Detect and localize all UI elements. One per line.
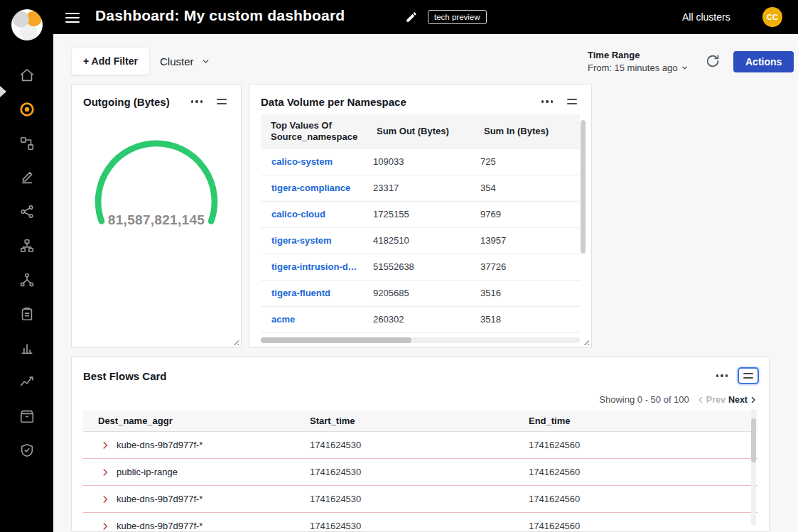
- namespace-link[interactable]: acme: [261, 314, 367, 325]
- sum-out-value: 4182510: [367, 235, 474, 246]
- card-outgoing-bytes: Outgoing (Bytes) 81,587,821,145: [71, 84, 242, 348]
- policies-icon[interactable]: [0, 166, 53, 189]
- end-time: 1741624560: [529, 440, 757, 450]
- table-row: tigera-system 4182510 13957: [261, 228, 580, 254]
- actions-button[interactable]: Actions: [733, 51, 794, 72]
- namespace-link[interactable]: tigera-compliance: [261, 183, 367, 193]
- sum-in-value: 3516: [474, 288, 580, 298]
- chevron-down-icon: [681, 64, 689, 72]
- namespace-link[interactable]: calico-system: [261, 156, 367, 167]
- namespace-link[interactable]: tigera-system: [261, 235, 367, 246]
- storage-icon[interactable]: [0, 405, 53, 428]
- expand-row-icon[interactable]: [100, 494, 110, 504]
- chevron-right-icon: [749, 396, 757, 404]
- topbar: Dashboard: My custom dashboard tech prev…: [0, 0, 798, 34]
- table-row: kube-dns-9b7d977f-* 1741624530 174162456…: [83, 486, 757, 513]
- end-time: 1741624560: [529, 467, 757, 477]
- start-time: 1741624530: [310, 494, 529, 504]
- table-row: public-ip-range 1741624530 1741624560: [83, 459, 757, 486]
- namespace-link[interactable]: tigera-fluentd: [261, 288, 367, 298]
- card-menu-icon[interactable]: [187, 96, 207, 107]
- column-header: Sum In (Bytes): [474, 114, 580, 149]
- flows-table: Dest_name_aggr Start_time End_time kube-…: [83, 411, 757, 532]
- sum-in-value: 13957: [474, 235, 580, 246]
- add-filter-button[interactable]: + Add Filter: [71, 47, 150, 75]
- sum-in-value: 3518: [474, 314, 580, 325]
- expand-row-icon[interactable]: [100, 440, 110, 450]
- edit-title-icon[interactable]: [405, 11, 418, 23]
- avatar[interactable]: CC: [762, 7, 782, 27]
- sum-out-value: 9205685: [367, 288, 474, 298]
- table-header-row: Dest_name_aggr Start_time End_time: [83, 411, 757, 432]
- endpoints-icon[interactable]: [0, 132, 53, 155]
- cluster-dropdown-label: Cluster: [160, 55, 194, 67]
- vertical-scrollbar[interactable]: [581, 120, 586, 254]
- next-page-button[interactable]: Next: [728, 395, 757, 405]
- start-time: 1741624530: [310, 440, 529, 450]
- table-header-row: Top Values Of Source_namespace Sum Out (…: [261, 114, 580, 149]
- card-menu-icon[interactable]: [712, 370, 733, 381]
- sum-out-value: 51552638: [367, 261, 474, 272]
- drag-handle-icon[interactable]: [563, 94, 581, 109]
- sum-out-value: 23317: [367, 183, 474, 193]
- network-sets-icon[interactable]: [0, 200, 53, 223]
- card-title: Best Flows Card: [83, 370, 712, 382]
- home-icon[interactable]: [0, 64, 53, 87]
- column-header: Sum Out (Bytes): [367, 114, 474, 149]
- resize-handle[interactable]: [582, 338, 589, 345]
- refresh-icon[interactable]: [703, 53, 722, 71]
- dest-name: kube-dns-9b7d977f-*: [117, 440, 203, 450]
- cluster-icon[interactable]: [0, 268, 53, 291]
- prev-label: Prev: [706, 395, 726, 405]
- timeline-icon[interactable]: [0, 371, 53, 393]
- sum-in-value: 37726: [474, 261, 580, 272]
- horizontal-scrollbar[interactable]: [261, 337, 411, 343]
- table-row: calico-cloud 1725155 9769: [261, 202, 580, 228]
- namespace-table: Top Values Of Source_namespace Sum Out (…: [261, 114, 580, 333]
- drag-handle-icon[interactable]: [212, 94, 231, 109]
- namespace-link[interactable]: tigera-intrusion-d…: [261, 261, 367, 272]
- security-shield-icon[interactable]: [0, 439, 53, 462]
- chevron-down-icon: [201, 57, 210, 66]
- compliance-icon[interactable]: [0, 303, 53, 325]
- active-nav-notch: [0, 86, 6, 97]
- column-header: End_time: [529, 411, 757, 431]
- card-data-volume: Data Volume per Namespace Top Values Of …: [249, 84, 592, 348]
- card-title: Outgoing (Bytes): [83, 96, 187, 108]
- table-row: tigera-intrusion-d… 51552638 37726: [261, 254, 580, 281]
- time-range-label: Time Range: [588, 50, 689, 60]
- dest-name: kube-dns-9b7d977f-*: [117, 494, 203, 504]
- table-row: tigera-compliance 23317 354: [261, 175, 580, 202]
- table-row: kube-dns-9b7d977f-* 1741624530 174162456…: [83, 513, 757, 532]
- column-header: Top Values Of Source_namespace: [261, 114, 367, 149]
- time-range-selector[interactable]: From: 15 minutes ago: [588, 63, 689, 73]
- sum-out-value: 1725155: [367, 209, 474, 219]
- sum-in-value: 725: [474, 156, 580, 167]
- calico-logo: [11, 9, 43, 40]
- managed-services-icon[interactable]: [0, 234, 53, 257]
- sidebar: [0, 0, 53, 532]
- expand-row-icon[interactable]: [100, 467, 110, 477]
- drag-handle-icon[interactable]: [738, 367, 759, 384]
- next-label: Next: [728, 395, 748, 405]
- expand-row-icon[interactable]: [100, 521, 110, 531]
- menu-icon[interactable]: [65, 10, 82, 24]
- column-header: Start_time: [310, 411, 529, 431]
- vertical-scrollbar[interactable]: [751, 418, 756, 462]
- statistics-icon[interactable]: [0, 337, 53, 359]
- start-time: 1741624530: [310, 521, 529, 531]
- resize-handle[interactable]: [232, 338, 239, 345]
- card-best-flows: Best Flows Card Showing 0 - 50 of 100 Pr…: [71, 357, 770, 532]
- sum-out-value: 109033: [367, 156, 474, 167]
- card-menu-icon[interactable]: [537, 96, 558, 107]
- end-time: 1741624560: [529, 494, 757, 504]
- cluster-dropdown[interactable]: Cluster: [160, 47, 210, 75]
- namespace-link[interactable]: calico-cloud: [261, 209, 367, 219]
- all-clusters-selector[interactable]: All clusters: [682, 11, 730, 23]
- table-row: tigera-fluentd 9205685 3516: [261, 281, 580, 307]
- card-title: Data Volume per Namespace: [261, 96, 537, 108]
- chevron-left-icon: [696, 396, 705, 404]
- column-header: Dest_name_aggr: [83, 411, 310, 431]
- prev-page-button[interactable]: Prev: [696, 395, 726, 405]
- service-graph-icon[interactable]: [0, 98, 53, 121]
